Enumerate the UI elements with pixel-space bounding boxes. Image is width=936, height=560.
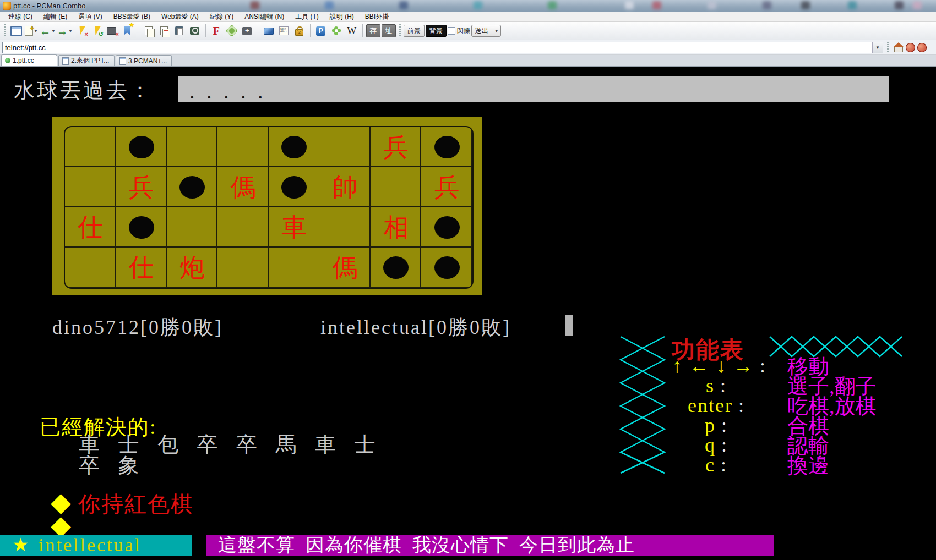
- wikipedia-icon[interactable]: W: [345, 24, 359, 38]
- red-piece-傌: 傌: [218, 167, 269, 207]
- address-bar: ▼: [0, 40, 936, 55]
- menu-web-favorites[interactable]: Web最愛 (A): [156, 12, 204, 22]
- hidden-piece: [116, 207, 167, 248]
- copy-ansi-icon[interactable]: [157, 24, 171, 38]
- add-bookmark-icon[interactable]: ★: [120, 24, 134, 38]
- chess-board: 兵兵傌帥兵仕車相仕炮傌: [52, 117, 482, 295]
- red-piece-仕: 仕: [65, 207, 116, 248]
- tab-3[interactable]: 3.PCMAN+...: [116, 55, 172, 66]
- home-icon[interactable]: [894, 43, 904, 52]
- tab-2[interactable]: 2.來個 PPT...: [58, 55, 115, 66]
- menu-options[interactable]: 選項 (V): [73, 12, 107, 22]
- red-piece-兵: 兵: [422, 167, 473, 207]
- red-piece-傌: 傌: [320, 248, 371, 288]
- menu-log[interactable]: 紀錄 (Y): [205, 12, 238, 22]
- reconnect-icon[interactable]: ↺: [89, 24, 104, 38]
- foreground-button[interactable]: 前景: [404, 24, 425, 38]
- hidden-piece: [371, 248, 422, 288]
- copy-icon[interactable]: [142, 24, 156, 38]
- save-button[interactable]: 存: [366, 24, 380, 38]
- app-icon: [3, 2, 11, 10]
- ptt-flower-icon[interactable]: [329, 24, 344, 38]
- star-icon: ★: [12, 536, 29, 554]
- address-dropdown-icon[interactable]: ▼: [872, 42, 883, 53]
- lock-icon[interactable]: 2: [292, 24, 307, 38]
- browser-icon[interactable]: [906, 43, 915, 52]
- site-manager-icon[interactable]: [9, 24, 23, 38]
- tab-label: 2.來個 PPT...: [71, 56, 109, 65]
- hidden-piece: [269, 127, 320, 167]
- document-icon: [62, 57, 69, 65]
- tab-label: 1.ptt.cc: [13, 57, 34, 64]
- menu-key-s: s:: [655, 376, 776, 396]
- menu-label-move: 移動: [787, 356, 829, 377]
- menu-label-capture: 吃棋,放棋: [787, 396, 877, 416]
- hidden-piece: [422, 248, 473, 288]
- waterball-input[interactable]: . . . . .: [178, 76, 889, 102]
- menu-label-draw: 合棋: [787, 415, 829, 436]
- toolbar: ＋▼ ←▼ →▼ × ↺ × ★ F + 5o?!#%→ 2 P W 存 址 前…: [0, 22, 936, 40]
- menubar: 連線 (C) 編輯 (E) 選項 (V) BBS最愛 (B) Web最愛 (A)…: [0, 12, 936, 22]
- red-piece-相: 相: [371, 207, 422, 248]
- menu-key-p: p:: [655, 415, 776, 435]
- send-button[interactable]: 送出▼: [471, 24, 501, 38]
- connected-icon: [5, 58, 10, 63]
- tab-label: 3.PCMAN+...: [128, 57, 167, 65]
- menu-bbs-favorites[interactable]: BBS最愛 (B): [108, 12, 155, 22]
- hidden-piece: [116, 127, 167, 167]
- status-message-bar: 這盤不算 因為你催棋 我沒心情下 今日到此為止: [206, 535, 774, 556]
- hidden-piece: [269, 167, 320, 207]
- pcman-icon[interactable]: P: [314, 24, 328, 38]
- address-input[interactable]: [2, 42, 882, 53]
- tab-ptt[interactable]: 1.ptt.cc: [1, 54, 57, 66]
- status-message: 這盤不算 因為你催棋 我沒心情下 今日到此為止: [218, 536, 635, 554]
- new-window-icon[interactable]: [262, 24, 276, 38]
- toolbar-grip: [4, 24, 6, 37]
- menu-key-enter: enter:: [655, 396, 776, 415]
- font-icon[interactable]: F: [209, 24, 224, 38]
- menu-connect[interactable]: 連線 (C): [3, 12, 37, 22]
- menu-edit[interactable]: 編輯 (E): [39, 12, 72, 22]
- close-session-icon[interactable]: ×: [105, 24, 119, 38]
- red-piece-仕: 仕: [116, 248, 167, 288]
- menu-label-switch: 換邊: [787, 455, 829, 476]
- menu-key-arrows: ↑ ← ↓ →:: [660, 356, 778, 376]
- menu-key-c: c:: [655, 455, 776, 475]
- address-grip: [887, 42, 889, 53]
- terminal-screen[interactable]: 水球丟過去： . . . . . 兵兵傌帥兵仕車相仕炮傌 dino5712[0勝…: [0, 67, 936, 560]
- special-chars-icon[interactable]: 5o?!#%→: [277, 24, 291, 38]
- address-button[interactable]: 址: [382, 24, 396, 38]
- fullscreen-icon[interactable]: +: [240, 24, 254, 38]
- menu-bbi-plugin[interactable]: BBI外掛: [360, 12, 394, 22]
- disconnect-icon[interactable]: ×: [74, 24, 88, 38]
- find-icon[interactable]: [188, 24, 202, 38]
- background-button[interactable]: 背景: [426, 24, 447, 38]
- hidden-piece: [167, 167, 218, 207]
- terminal-cursor: [565, 315, 573, 336]
- new-connection-icon[interactable]: ＋▼: [24, 24, 39, 38]
- red-piece-帥: 帥: [320, 167, 371, 207]
- window-title: ptt.cc - PCMan Combo: [13, 2, 86, 10]
- menu-key-q: q:: [655, 435, 776, 455]
- menu-tools[interactable]: 工具 (T): [290, 12, 324, 22]
- titlebar[interactable]: ptt.cc - PCMan Combo: [0, 0, 936, 12]
- settings-gear-icon[interactable]: [225, 24, 239, 38]
- browser-window-icon[interactable]: [917, 43, 927, 52]
- back-icon[interactable]: ←▼: [40, 24, 56, 38]
- zigzag-right-decoration: [769, 336, 904, 358]
- player-left: dino5712[0勝0敗]: [52, 314, 223, 341]
- paste-icon[interactable]: [172, 24, 187, 38]
- red-piece-兵: 兵: [116, 167, 167, 207]
- hidden-piece: [422, 127, 473, 167]
- status-player-bar: ★ intellectual: [0, 535, 192, 556]
- red-piece-炮: 炮: [167, 248, 218, 288]
- board-grid: 兵兵傌帥兵仕車相仕炮傌: [64, 126, 474, 289]
- player-right: intellectual[0勝0敗]: [320, 314, 511, 341]
- menu-label-resign: 認輸: [787, 435, 829, 456]
- waterball-dots: . . . . .: [189, 76, 266, 107]
- blink-checkbox[interactable]: 閃爍: [448, 24, 470, 38]
- forward-icon[interactable]: →▼: [57, 24, 73, 38]
- menu-help[interactable]: 說明 (H): [325, 12, 359, 22]
- menu-ansi-edit[interactable]: ANSI編輯 (N): [240, 12, 289, 22]
- document-icon: [119, 57, 126, 65]
